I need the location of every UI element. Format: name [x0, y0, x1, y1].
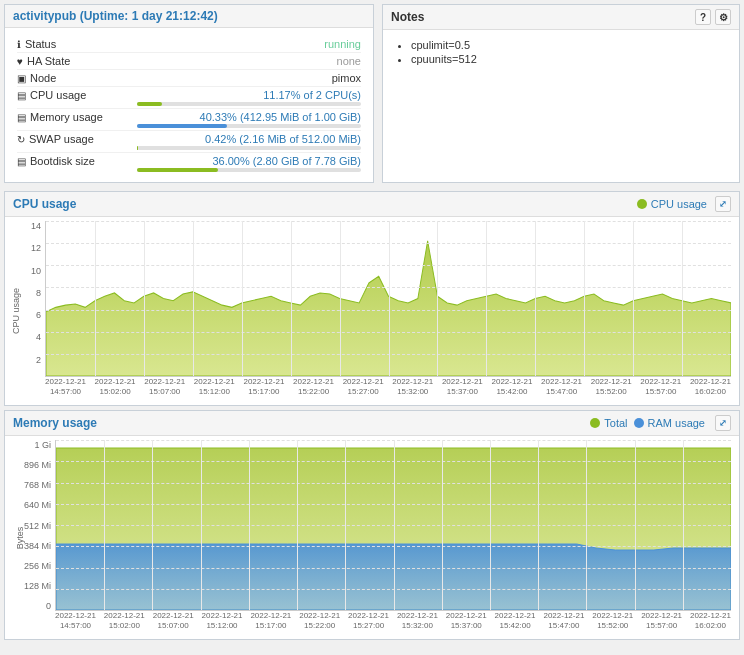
memory-x-axis: 2022-12-2114:57:00 2022-12-2115:02:00 20… — [55, 611, 731, 635]
bootdisk-progress-bar-container — [137, 168, 361, 172]
bootdisk-value: 36.00% (2.80 GiB of 7.78 GiB) — [137, 155, 361, 167]
memory-progress-bar-container — [137, 124, 361, 128]
status-row-cpu: ▤ CPU usage 11.17% of 2 CPU(s) — [17, 87, 361, 109]
cpu-x-axis: 2022-12-2114:57:00 2022-12-2115:02:00 20… — [45, 377, 731, 401]
notes-panel-icons: ? ⚙ — [695, 9, 731, 25]
settings-icon[interactable]: ⚙ — [715, 9, 731, 25]
memory-ram-dot — [634, 418, 644, 428]
ha-label: ♥ HA State — [17, 55, 137, 67]
cpu-label: ▤ CPU usage — [17, 89, 137, 101]
cpu-chart-header: CPU usage CPU usage ⤢ — [5, 192, 739, 217]
notes-item-2: cpuunits=512 — [411, 52, 727, 66]
status-row-swap: ↻ SWAP usage 0.42% (2.16 MiB of 512.00 M… — [17, 131, 361, 153]
status-panel: activitypub (Uptime: 1 day 21:12:42) ℹ S… — [4, 4, 374, 183]
memory-grid — [56, 440, 731, 610]
swap-progress-bar — [137, 146, 138, 150]
memory-total-label: Total — [604, 417, 627, 429]
status-row-memory: ▤ Memory usage 40.33% (412.95 MiB of 1.0… — [17, 109, 361, 131]
node-value: pimox — [137, 72, 361, 84]
status-row-node: ▣ Node pimox — [17, 70, 361, 87]
cpu-chart-legend: CPU usage — [637, 198, 707, 210]
status-row-hastate: ♥ HA State none — [17, 53, 361, 70]
memory-chart-title: Memory usage — [13, 416, 97, 430]
cpu-y-axis: 14 12 10 8 6 4 2 — [9, 221, 45, 377]
panel-title: activitypub (Uptime: 1 day 21:12:42) — [13, 9, 218, 23]
memory-chart-body: Bytes 1 Gi 896 Mi 768 Mi 640 Mi 512 Mi 3… — [5, 436, 739, 639]
memory-ram-label: RAM usage — [648, 417, 705, 429]
notes-item-1: cpulimit=0.5 — [411, 38, 727, 52]
memory-label: ▤ Memory usage — [17, 111, 137, 123]
memory-ram-legend: RAM usage — [634, 417, 705, 429]
cpu-legend-dot — [637, 199, 647, 209]
memory-chart-expand[interactable]: ⤢ — [715, 415, 731, 431]
bootdisk-label: ▤ Bootdisk size — [17, 155, 137, 167]
memory-plot-area — [55, 440, 731, 611]
bootdisk-progress-bar — [137, 168, 218, 172]
swap-label: ↻ SWAP usage — [17, 133, 137, 145]
cpu-chart-section: CPU usage CPU usage ⤢ CPU usage 14 12 10… — [4, 191, 740, 406]
memory-total-legend: Total — [590, 417, 627, 429]
notes-list: cpulimit=0.5 cpuunits=512 — [395, 38, 727, 66]
cpu-chart-body: CPU usage 14 12 10 8 6 4 2 — [5, 217, 739, 405]
notes-body: cpulimit=0.5 cpuunits=512 — [383, 30, 739, 74]
cpu-grid — [46, 221, 731, 376]
memory-y-axis: 1 Gi 896 Mi 768 Mi 640 Mi 512 Mi 384 Mi … — [9, 440, 55, 611]
node-label: ▣ Node — [17, 72, 137, 84]
cpu-legend-label: CPU usage — [651, 198, 707, 210]
notes-panel-header: Notes ? ⚙ — [383, 5, 739, 30]
memory-value: 40.33% (412.95 MiB of 1.00 GiB) — [137, 111, 361, 123]
memory-chart-controls: Total RAM usage ⤢ — [590, 415, 731, 431]
cpu-chart-expand[interactable]: ⤢ — [715, 196, 731, 212]
help-icon[interactable]: ? — [695, 9, 711, 25]
memory-total-dot — [590, 418, 600, 428]
status-label: ℹ Status — [17, 38, 137, 50]
cpu-chart-controls: CPU usage ⤢ — [637, 196, 731, 212]
cpu-chart-title: CPU usage — [13, 197, 76, 211]
cpu-progress-bar — [137, 102, 162, 106]
status-row-bootdisk: ▤ Bootdisk size 36.00% (2.80 GiB of 7.78… — [17, 153, 361, 174]
cpu-progress-bar-container — [137, 102, 361, 106]
cpu-value: 11.17% of 2 CPU(s) — [137, 89, 361, 101]
notes-panel: Notes ? ⚙ cpulimit=0.5 cpuunits=512 — [382, 4, 740, 183]
status-value-running: running — [137, 38, 361, 50]
swap-progress-bar-container — [137, 146, 361, 150]
status-panel-header: activitypub (Uptime: 1 day 21:12:42) — [5, 5, 373, 28]
memory-chart-header: Memory usage Total RAM usage ⤢ — [5, 411, 739, 436]
cpu-plot-area — [45, 221, 731, 377]
ha-state-value: none — [137, 55, 361, 67]
memory-progress-bar — [137, 124, 227, 128]
swap-value: 0.42% (2.16 MiB of 512.00 MiB) — [137, 133, 361, 145]
memory-chart-section: Memory usage Total RAM usage ⤢ Bytes 1 G… — [4, 410, 740, 640]
status-row-status: ℹ Status running — [17, 36, 361, 53]
notes-title: Notes — [391, 10, 424, 24]
